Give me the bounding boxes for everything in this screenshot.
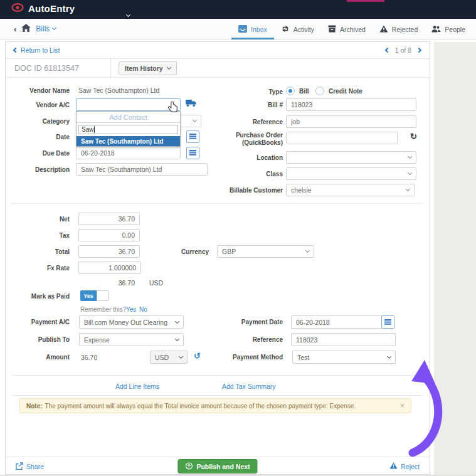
brand-name: AutoEntry — [28, 3, 75, 14]
remember-yes-link[interactable]: Yes — [126, 306, 136, 313]
next-page-button[interactable] — [416, 48, 421, 53]
tab-inbox[interactable]: Inbox — [231, 19, 274, 40]
purchase-order-label: Purchase Order — [213, 132, 283, 139]
purchase-order-label2: (QuickBooks) — [213, 139, 283, 146]
mark-as-paid-toggle[interactable]: Yes — [80, 290, 109, 301]
amount-currency-select[interactable]: USD — [150, 351, 188, 364]
tab-archived[interactable]: Archived — [321, 19, 373, 40]
vendor-name-value: Saw Tec (Southampton) Ltd — [78, 87, 159, 94]
chevron-left-icon — [13, 48, 18, 53]
remember-no-link[interactable]: No — [139, 306, 147, 313]
reference-input[interactable]: job — [286, 115, 416, 128]
reference-label: Reference — [213, 119, 283, 125]
total-label: Total — [6, 248, 70, 255]
toolbar-row: Return to List 1 of 8 — [6, 42, 430, 59]
item-history-button[interactable]: Item History — [119, 61, 177, 75]
inbox-icon — [238, 25, 247, 34]
payment-method-select[interactable]: Test — [292, 351, 396, 364]
publish-icon — [185, 462, 193, 471]
sub-navigation: ‹ Bills Inbox Activity Archived — [0, 19, 476, 40]
fx-rate-input[interactable]: 1.000000 — [78, 262, 141, 274]
payment-reference-input[interactable]: 118023 — [291, 333, 396, 346]
document-preview-panel — [434, 42, 476, 476]
net-input[interactable]: 36.70 — [78, 213, 140, 225]
location-select[interactable] — [286, 151, 416, 164]
vendor-search-input[interactable]: Saw — [78, 125, 178, 134]
net-label: Net — [6, 216, 70, 223]
add-contact-button[interactable]: Add Contact — [77, 112, 180, 123]
autoentry-eye-icon — [11, 3, 24, 14]
currency-select[interactable]: GBP — [217, 245, 314, 258]
prev-page-button[interactable] — [384, 48, 389, 53]
chevron-down-icon — [387, 354, 391, 358]
close-icon[interactable]: × — [400, 401, 405, 410]
radio-credit-note-label[interactable]: Credit Note — [329, 88, 362, 95]
radio-bill[interactable] — [286, 87, 295, 95]
vendor-ac-input[interactable] — [76, 98, 181, 111]
tax-label: Tax — [6, 232, 70, 239]
currency-label: Currency — [150, 248, 209, 255]
doc-id: DOC ID 61813547 — [14, 64, 79, 73]
converted-currency: USD — [149, 279, 163, 287]
publish-to-select[interactable]: Expense — [79, 333, 184, 346]
publish-and-next-button[interactable]: Publish and Next — [177, 459, 257, 473]
home-icon[interactable] — [21, 23, 31, 34]
people-icon — [431, 25, 441, 34]
add-tax-summary-link[interactable]: Add Tax Summary — [222, 383, 276, 390]
total-input[interactable]: 36.70 — [78, 245, 140, 258]
payment-reference-label: Reference — [213, 336, 283, 343]
purchase-order-input[interactable] — [286, 132, 398, 144]
calendar-icon[interactable] — [381, 315, 394, 329]
brand[interactable]: AutoEntry — [11, 3, 75, 14]
note-prefix: Note: — [26, 403, 43, 410]
chevron-down-icon — [52, 26, 56, 30]
undo-icon[interactable]: ↺ — [194, 351, 201, 361]
calendar-icon[interactable] — [186, 130, 199, 143]
return-to-list-link[interactable]: Return to List — [14, 46, 60, 54]
tab-rejected[interactable]: Rejected — [373, 19, 425, 40]
radio-bill-label[interactable]: Bill — [299, 88, 309, 95]
calendar-icon[interactable] — [186, 147, 199, 159]
chevron-down-icon[interactable] — [127, 8, 130, 19]
payment-ac-select[interactable]: Bill.com Money Out Clearing — [79, 315, 184, 329]
payment-ac-label: Payment A/C — [6, 319, 70, 325]
location-label: Location — [213, 154, 283, 161]
add-line-items-link[interactable]: Add Line Items — [115, 383, 159, 390]
chevron-down-icon — [175, 336, 179, 341]
archive-icon — [328, 25, 336, 34]
footer-actions: Share Publish and Next Reject — [6, 457, 430, 475]
payment-method-label: Payment Method — [213, 354, 283, 361]
description-input[interactable]: Saw Tec (Southampton) Ltd — [76, 163, 208, 176]
chevron-down-icon — [408, 154, 412, 159]
back-chevron-icon[interactable]: ‹ — [14, 24, 16, 34]
vendor-option-selected[interactable]: Saw Tec (Southampton) Ltd — [77, 136, 180, 146]
due-date-label: Due Date — [6, 150, 70, 157]
warning-triangle-icon — [379, 25, 388, 34]
tax-input[interactable]: 0.00 — [78, 229, 140, 241]
share-button[interactable]: Share — [16, 462, 44, 471]
type-label: Type — [213, 88, 283, 95]
radio-credit-note[interactable] — [315, 87, 324, 95]
remember-question: Remember this? — [80, 306, 126, 313]
amount-label: Amount — [6, 354, 70, 361]
refresh-icon[interactable]: ↻ — [410, 132, 417, 141]
billable-customer-label: Billable Customer — [213, 187, 283, 194]
share-icon — [16, 462, 23, 471]
vendor-dropdown: Add Contact Saw Saw Tec (Southampton) Lt… — [76, 111, 181, 147]
reject-button[interactable]: Reject — [389, 462, 420, 470]
page-indicator: 1 of 8 — [395, 46, 411, 54]
billable-customer-select[interactable]: chelsie — [286, 184, 415, 196]
date-label: Date — [6, 134, 70, 140]
due-date-input[interactable]: 06-20-2018 — [76, 147, 181, 159]
bill-detail-card: Return to List 1 of 8 DOC ID 61813547 It… — [5, 41, 430, 475]
payment-date-input[interactable]: 06-20-2018 — [291, 315, 382, 329]
class-select[interactable] — [286, 167, 416, 180]
truck-icon[interactable] — [186, 98, 197, 110]
tab-activity[interactable]: Activity — [274, 19, 321, 40]
converted-amount: 36.70 — [100, 279, 135, 287]
activity-icon — [281, 25, 290, 34]
bills-menu[interactable]: Bills — [36, 24, 56, 33]
chevron-down-icon — [167, 65, 171, 70]
bill-no-input[interactable]: 118023 — [286, 98, 416, 111]
tab-people[interactable]: People — [425, 19, 472, 40]
